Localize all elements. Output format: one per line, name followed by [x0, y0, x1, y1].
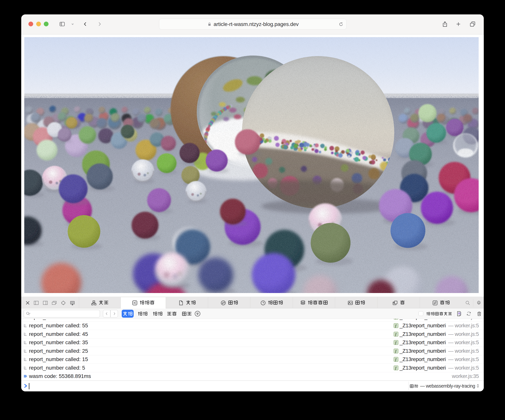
svg-text:JS: JS [458, 312, 461, 314]
